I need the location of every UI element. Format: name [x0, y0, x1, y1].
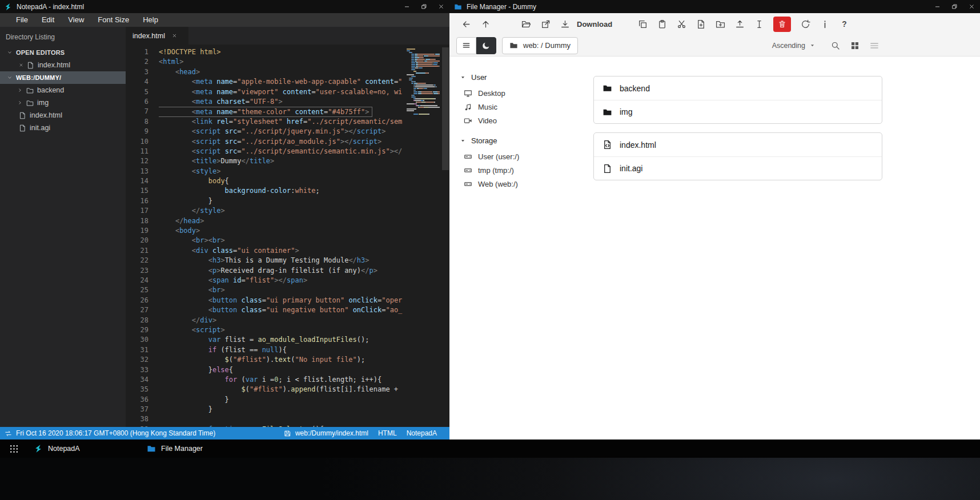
tree-item-backend[interactable]: backend [0, 84, 126, 96]
code-area[interactable]: 1234567891011121314151617181920212223242… [126, 45, 449, 427]
open-in-new-button[interactable] [536, 15, 555, 33]
grid-view-button[interactable] [845, 37, 865, 54]
minimize-button[interactable] [398, 0, 415, 13]
new-file-button[interactable] [691, 15, 710, 33]
trash-icon [778, 20, 786, 29]
close-button[interactable] [432, 0, 449, 13]
refresh-button[interactable] [796, 15, 815, 33]
file-row-img[interactable]: img [594, 100, 882, 123]
code-line: <meta name="apple-mobile-web-app-capable… [159, 77, 404, 87]
tree-item-label: init.agi [30, 124, 50, 132]
minimize-icon [934, 3, 941, 10]
sidebar-item-video[interactable]: Video [460, 114, 580, 127]
search-icon [831, 41, 840, 50]
code-line: <html> [159, 57, 404, 67]
download-label[interactable]: Download [577, 20, 612, 29]
editor-scrollbar[interactable] [441, 45, 449, 427]
up-button[interactable] [476, 15, 495, 33]
scrollbar-thumb[interactable] [442, 47, 449, 170]
sort-dropdown[interactable]: Ascending [772, 42, 816, 50]
breadcrumb[interactable]: web: / Dummy [502, 37, 578, 54]
line-number: 8 [126, 117, 148, 127]
restore-button[interactable] [415, 0, 432, 13]
file-row-init-agi[interactable]: init.agi [594, 156, 882, 180]
apps-button[interactable] [6, 441, 22, 457]
list-view-button[interactable] [865, 37, 884, 54]
code-editor[interactable]: index.html 12345678910111213141516171819… [126, 27, 449, 427]
new-folder-button[interactable] [710, 15, 730, 33]
close-icon[interactable] [19, 63, 23, 67]
dark-mode-toggle[interactable] [476, 37, 496, 54]
menu-font-size[interactable]: Font Size [91, 13, 136, 27]
menu-file[interactable]: File [9, 13, 35, 27]
sidebar-item-tmp-tmp[interactable]: tmp (tmp:/) [460, 163, 580, 177]
task-file-manager[interactable]: File Manager [139, 439, 252, 458]
sort-label: Ascending [772, 42, 805, 50]
folder-solid-icon [603, 83, 612, 93]
copy-button[interactable] [633, 15, 652, 33]
section-storage[interactable]: Storage [460, 135, 580, 146]
file-row-backend[interactable]: backend [594, 76, 882, 100]
tab-index-html[interactable]: index.html [126, 27, 188, 45]
tree-item-init-agi[interactable]: init.agi [0, 122, 126, 134]
line-number: 34 [126, 375, 148, 385]
tree-item-label: index.html [38, 61, 70, 69]
tree-item-img[interactable]: img [0, 96, 126, 109]
paste-button[interactable] [652, 15, 672, 33]
rename-button[interactable] [749, 15, 769, 33]
minimize-button[interactable] [929, 0, 946, 13]
code-line: <link rel="stylesheet" href="../script/s… [159, 117, 404, 127]
menu-view[interactable]: View [61, 13, 91, 27]
cut-button[interactable] [672, 15, 691, 33]
status-datetime: Fri Oct 16 2020 18:06:17 GMT+0800 (Hong … [16, 429, 215, 437]
line-number: 33 [126, 365, 148, 375]
tab-close-icon[interactable] [172, 33, 177, 38]
delete-button[interactable] [773, 17, 791, 32]
code-line: } [159, 405, 404, 414]
tree-item-index-html[interactable]: index.html [0, 59, 126, 71]
task-notepada[interactable]: NotepadA [26, 439, 139, 458]
line-number: 11 [126, 147, 148, 156]
section-label: User [471, 73, 487, 82]
upload-button[interactable] [730, 15, 749, 33]
minimap[interactable] [407, 49, 440, 115]
sidebar-item-music[interactable]: Music [460, 100, 580, 114]
moon-icon [482, 41, 491, 50]
tree-item-web-dummy[interactable]: WEB:/DUMMY/ [0, 71, 126, 84]
video-icon [464, 116, 472, 125]
status-language[interactable]: HTML [378, 429, 397, 437]
code-line: <button class="ui primary button" onclic… [159, 296, 404, 305]
code-line: <script> [159, 325, 404, 335]
search-button[interactable] [826, 37, 845, 54]
line-number: 4 [126, 77, 148, 87]
file-row-index-html[interactable]: index.html [594, 133, 882, 156]
download-button[interactable] [555, 15, 575, 33]
notepada-titlebar[interactable]: NotepadA - index.html [0, 0, 449, 13]
status-app-name: NotepadA [407, 429, 437, 437]
notepada-window-controls [398, 0, 449, 13]
filemanager-logo-icon [147, 444, 156, 453]
open-button[interactable] [516, 15, 536, 33]
notepada-main: Directory Listing OPEN EDITORSindex.html… [0, 27, 449, 427]
sidebar-item-web-web[interactable]: Web (web:/) [460, 177, 580, 191]
filemanager-titlebar[interactable]: File Manager - Dummy [449, 0, 980, 13]
scissors-icon [677, 19, 686, 29]
menu-help[interactable]: Help [136, 13, 165, 27]
tree-item-index-html[interactable]: index.html [0, 109, 126, 122]
menu-edit[interactable]: Edit [35, 13, 61, 27]
help-button[interactable]: ? [834, 15, 854, 33]
floppy-icon[interactable] [284, 430, 291, 437]
restore-button[interactable] [946, 0, 963, 13]
sidebar-item-desktop[interactable]: Desktop [460, 86, 580, 100]
sidebar-item-user-user[interactable]: User (user:/) [460, 150, 580, 163]
code-content[interactable]: <!DOCTYPE html><html> <head> <meta name=… [159, 47, 404, 427]
code-line: <div class="ui container"> [159, 246, 404, 256]
folder-solid-icon [603, 107, 612, 117]
back-button[interactable] [456, 15, 476, 33]
tree-item-open-editors[interactable]: OPEN EDITORS [0, 46, 126, 59]
info-button[interactable] [815, 15, 834, 33]
menu-button[interactable] [456, 37, 476, 54]
notepada-logo-icon [34, 444, 43, 453]
close-button[interactable] [963, 0, 980, 13]
section-user[interactable]: User [460, 71, 580, 83]
